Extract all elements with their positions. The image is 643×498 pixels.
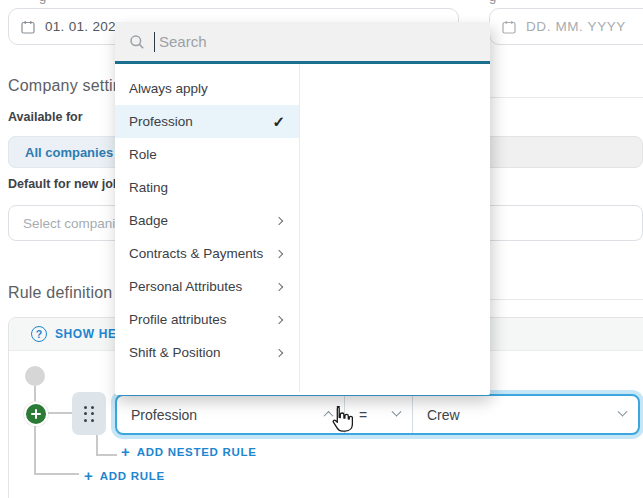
rule-row: Profession = Crew	[115, 394, 640, 435]
checkmark-icon: ✓	[272, 113, 285, 131]
menu-item-shift-position[interactable]: Shift & Position	[115, 336, 299, 369]
menu-item-contracts-payments[interactable]: Contracts & Payments	[115, 237, 299, 270]
menu-item-personal-attributes[interactable]: Personal Attributes	[115, 270, 299, 303]
drag-dots-icon	[84, 406, 94, 422]
calendar-icon	[21, 20, 35, 34]
divider-line	[490, 299, 643, 300]
divider-line	[490, 97, 643, 98]
rule-value-value: Crew	[427, 407, 460, 423]
rule-value-select[interactable]: Crew	[413, 396, 638, 433]
rule-field-select[interactable]: Profession	[117, 396, 344, 433]
menu-item-profession[interactable]: Profession ✓	[115, 105, 299, 138]
menu-item-rating[interactable]: Rating	[115, 171, 299, 204]
chevron-down-icon	[618, 407, 628, 417]
tree-line	[48, 412, 74, 414]
clipped-label-remnant: g	[39, 0, 53, 4]
dropdown-search-bar	[115, 22, 490, 64]
plus-icon: +	[121, 446, 130, 458]
dropdown-menu-list: Always apply Profession ✓ Role Rating Ba…	[115, 64, 300, 392]
rule-operator-select[interactable]: =	[344, 396, 413, 433]
add-rule-label: ADD RULE	[100, 470, 165, 482]
add-rule-button[interactable]: + ADD RULE	[84, 470, 165, 482]
chevron-right-icon	[275, 282, 283, 290]
chevron-right-icon	[275, 348, 283, 356]
add-condition-button[interactable]	[24, 402, 48, 426]
chevron-right-icon	[275, 216, 283, 224]
search-icon	[129, 34, 145, 50]
rule-definition-heading: Rule definition	[8, 284, 112, 302]
chevron-right-icon	[275, 249, 283, 257]
menu-item-badge[interactable]: Badge	[115, 204, 299, 237]
help-icon: ?	[31, 326, 47, 342]
rule-drag-handle[interactable]	[72, 392, 106, 435]
tree-line	[96, 435, 98, 455]
default-for-new-jobs-label: Default for new job	[8, 177, 121, 191]
rule-operator-value: =	[359, 407, 367, 423]
tree-line	[34, 473, 79, 475]
menu-item-profile-attributes[interactable]: Profile attributes	[115, 303, 299, 336]
chevron-right-icon	[275, 315, 283, 323]
submenu-panel	[300, 64, 490, 392]
dropdown-body: Always apply Profession ✓ Role Rating Ba…	[115, 64, 490, 392]
rule-field-value: Profession	[131, 407, 197, 423]
rule-group-node[interactable]	[25, 366, 45, 386]
menu-item-always-apply[interactable]: Always apply	[115, 72, 299, 105]
menu-item-role[interactable]: Role	[115, 138, 299, 171]
chevron-up-icon	[324, 411, 334, 421]
all-companies-chip-label: All companies	[25, 145, 113, 160]
select-companies-placeholder: Select companies	[23, 216, 130, 231]
field-dropdown: Always apply Profession ✓ Role Rating Ba…	[115, 22, 490, 395]
end-date-placeholder: DD. MM. YYYY	[526, 19, 626, 34]
add-nested-rule-button[interactable]: + ADD NESTED RULE	[121, 446, 257, 458]
dropdown-search-input[interactable]	[154, 32, 476, 52]
calendar-icon	[502, 20, 516, 34]
tree-line	[96, 454, 117, 456]
rule-settings-page: g g 01. 01. 2026 DD. MM. YYYY Company se…	[0, 0, 643, 498]
add-nested-rule-label: ADD NESTED RULE	[137, 446, 257, 458]
available-for-label: Available for	[8, 110, 83, 124]
clipped-label-remnant: g	[489, 0, 503, 4]
tree-line	[34, 426, 36, 474]
end-date-input[interactable]: DD. MM. YYYY	[489, 8, 643, 45]
plus-icon: +	[84, 470, 93, 482]
start-date-value: 01. 01. 2026	[45, 19, 124, 34]
chevron-down-icon	[392, 407, 402, 417]
